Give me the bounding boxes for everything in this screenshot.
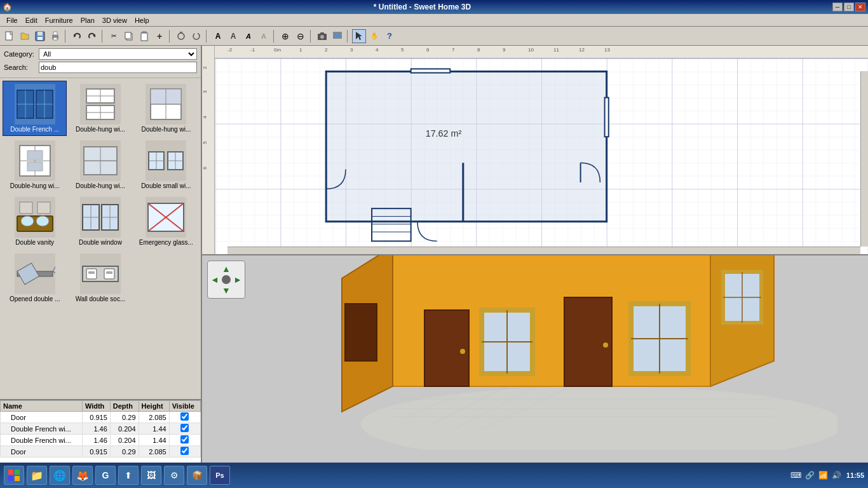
new-button[interactable]	[3, 29, 17, 43]
open-button[interactable]	[18, 29, 32, 43]
3d-view[interactable]: ▲ ▼ ◄ ►	[202, 255, 868, 463]
help-button[interactable]: ?	[383, 29, 397, 43]
toolbar: ✂ + A A A A ⊕ ⊖ ✋ ?	[0, 27, 868, 46]
furniture-item-double-hung-2[interactable]: Double-hung wi...	[134, 81, 198, 136]
rotate-right-button[interactable]	[189, 29, 203, 43]
menu-3d-view[interactable]: 3D view	[98, 15, 131, 25]
prop-height-0: 2.085	[139, 412, 169, 423]
ruler-v-mark: 5	[202, 141, 208, 144]
minimize-button[interactable]: ─	[832, 3, 843, 11]
furniture-item-double-hung-3[interactable]: Double-hung wi...	[3, 137, 67, 193]
pan-tool[interactable]: ✋	[367, 29, 381, 43]
vertical-scrollbar[interactable]	[860, 71, 868, 247]
taskbar-start[interactable]	[4, 466, 24, 485]
nav-up-arrow[interactable]: ▲	[222, 264, 231, 274]
furniture-item-double-window[interactable]: Double window	[68, 194, 132, 249]
property-row-0[interactable]: Door0.9150.292.085	[1, 412, 201, 423]
taskbar-upload[interactable]: ⬆	[118, 466, 139, 485]
text-btn-4[interactable]: A	[257, 29, 271, 43]
furniture-thumb-emergency	[146, 197, 186, 238]
copy-button[interactable]	[122, 29, 136, 43]
prop-width-3: 0.915	[82, 446, 110, 458]
nav-right-arrow[interactable]: ►	[233, 274, 242, 285]
paste-button[interactable]	[137, 29, 151, 43]
property-row-1[interactable]: Double French wi...1.460.2041.44	[1, 423, 201, 435]
nav-center[interactable]	[222, 275, 231, 284]
ruler-horizontal: -2 -1 0m 1 2 3 4 5 6 7 8 9 10 11 12 13	[215, 46, 868, 58]
taskbar-photoshop[interactable]: Ps	[210, 466, 230, 485]
navigation-widget[interactable]: ▲ ▼ ◄ ►	[207, 261, 245, 299]
zoom-out-button[interactable]: ⊖	[294, 29, 308, 43]
menu-file[interactable]: File	[3, 15, 22, 25]
horizontal-scrollbar[interactable]	[227, 247, 860, 254]
window-controls: ─ □ ✕	[832, 3, 865, 11]
visibility-checkbox-3[interactable]	[180, 447, 189, 455]
rotate-left-button[interactable]	[174, 29, 188, 43]
export-button[interactable]	[330, 29, 344, 43]
visibility-checkbox-0[interactable]	[180, 412, 189, 421]
category-select[interactable]: All	[39, 48, 197, 60]
nav-left-arrow[interactable]: ◄	[210, 274, 219, 285]
furniture-item-double-hung-1[interactable]: Double-hung wi...	[68, 81, 132, 136]
prop-width-2: 1.46	[82, 435, 110, 446]
taskbar-settings[interactable]: ⚙	[164, 466, 184, 485]
furniture-item-emergency[interactable]: Emergency glass...	[134, 194, 198, 249]
furniture-item-wall-double[interactable]: Wall double soc...	[68, 250, 132, 306]
plan-view[interactable]: -2 -1 0m 1 2 3 4 5 6 7 8 9 10 11 12 13 2…	[202, 46, 868, 255]
furniture-item-double-small[interactable]: Double small wi...	[134, 137, 198, 193]
taskbar-image[interactable]: 🖼	[141, 466, 161, 485]
save-button[interactable]	[33, 29, 47, 43]
prop-name-0: Door	[1, 412, 83, 423]
ruler-v-mark: 4	[202, 116, 208, 118]
nav-down-arrow[interactable]: ▼	[222, 285, 231, 295]
select-tool[interactable]	[352, 29, 366, 43]
svg-rect-0	[6, 32, 12, 40]
taskbar-firefox[interactable]: 🦊	[72, 466, 93, 485]
property-row-2[interactable]: Double French wi...1.460.2041.44	[1, 435, 201, 446]
text-btn-2[interactable]: A	[226, 29, 240, 43]
furniture-thumb-double-french	[15, 84, 55, 125]
taskbar-files[interactable]: 📁	[27, 466, 47, 485]
ruler-mark: 5	[401, 47, 403, 53]
camera-button[interactable]	[315, 29, 329, 43]
furniture-item-opened-double[interactable]: Opened double ...	[3, 250, 67, 306]
cut-button[interactable]: ✂	[107, 29, 121, 43]
taskbar-browser[interactable]: 🌐	[50, 466, 70, 485]
text-btn-3[interactable]: A	[241, 29, 255, 43]
print-button[interactable]	[48, 29, 62, 43]
menu-help[interactable]: Help	[131, 15, 153, 25]
start-icon	[8, 469, 20, 482]
ruler-vertical: 2 3 4 5 6	[202, 46, 215, 254]
nav-arrows: ▲ ▼ ◄ ►	[210, 264, 242, 295]
prop-visible-0[interactable]	[169, 412, 200, 423]
taskbar-g[interactable]: G	[95, 466, 116, 485]
taskbar-package[interactable]: 📦	[187, 466, 207, 485]
property-row-3[interactable]: Door0.9150.292.085	[1, 446, 201, 458]
toolbar-separator-7	[347, 30, 349, 43]
toolbar-separator-1	[65, 30, 67, 43]
menu-edit[interactable]: Edit	[22, 15, 41, 25]
redo-button[interactable]	[85, 29, 99, 43]
furniture-thumb-double-window	[80, 197, 121, 238]
furniture-item-double-french[interactable]: Double French ...	[3, 81, 67, 136]
zoom-in-button[interactable]: ⊕	[278, 29, 292, 43]
visibility-checkbox-1[interactable]	[180, 424, 189, 432]
menu-furniture[interactable]: Furniture	[41, 15, 77, 25]
prop-visible-2[interactable]	[169, 435, 200, 446]
ruler-v-mark: 2	[202, 66, 208, 69]
search-label: Search:	[4, 64, 39, 71]
text-btn-1[interactable]: A	[211, 29, 225, 43]
furniture-item-double-hung-4[interactable]: Double-hung wi...	[68, 137, 132, 193]
close-button[interactable]: ✕	[855, 3, 865, 11]
visibility-checkbox-2[interactable]	[180, 435, 189, 444]
furniture-item-double-vanity[interactable]: Double vanity	[3, 194, 67, 249]
maximize-button[interactable]: □	[844, 3, 854, 11]
prop-visible-1[interactable]	[169, 423, 200, 435]
add-furniture-button[interactable]: +	[153, 29, 166, 43]
menu-plan[interactable]: Plan	[77, 15, 98, 25]
undo-button[interactable]	[70, 29, 84, 43]
plan-canvas[interactable]: 17.62 m²	[215, 58, 868, 254]
floor-plan-svg: 17.62 m²	[215, 58, 868, 254]
search-input[interactable]	[39, 62, 197, 73]
prop-visible-3[interactable]	[169, 446, 200, 458]
